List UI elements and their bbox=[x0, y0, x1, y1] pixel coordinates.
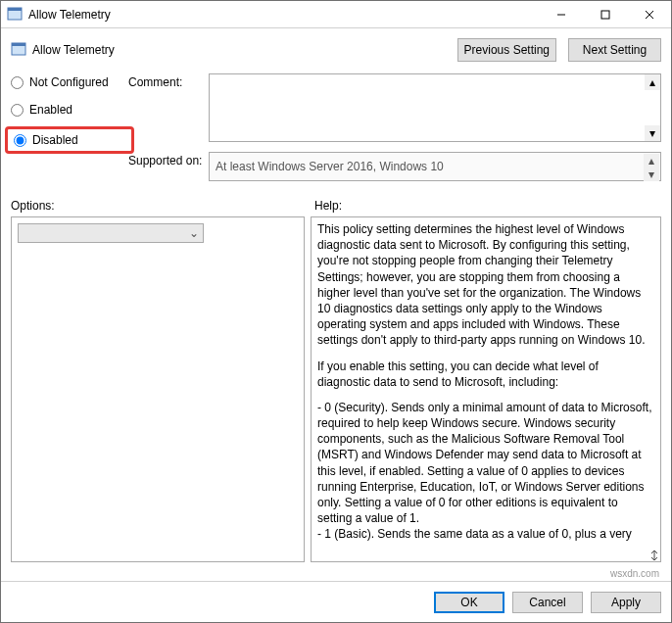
radio-enabled-label: Enabled bbox=[29, 103, 72, 117]
help-paragraph: - 1 (Basic). Sends the same data as a va… bbox=[317, 526, 654, 542]
radio-group: Not Configured Enabled Disabled bbox=[11, 73, 128, 181]
supported-row: Supported on: At least Windows Server 20… bbox=[128, 152, 661, 181]
supported-scroll: ▴ ▾ bbox=[644, 154, 659, 179]
supported-label: Supported on: bbox=[128, 152, 209, 181]
options-label: Options: bbox=[11, 199, 314, 213]
watermark: wsxdn.com bbox=[1, 568, 671, 581]
options-pane: ⌄ bbox=[11, 216, 305, 562]
help-paragraph: If you enable this setting, you can deci… bbox=[317, 359, 654, 390]
panes: ⌄ This policy setting determines the hig… bbox=[1, 216, 671, 568]
cancel-button[interactable]: Cancel bbox=[512, 592, 583, 613]
radio-not-configured-label: Not Configured bbox=[29, 75, 109, 89]
scroll-down-icon[interactable]: ▾ bbox=[644, 168, 659, 181]
help-pane: This policy setting determines the highe… bbox=[311, 216, 661, 562]
help-label: Help: bbox=[314, 199, 342, 213]
comment-textarea[interactable] bbox=[209, 73, 661, 142]
help-paragraph: This policy setting determines the highe… bbox=[317, 221, 654, 349]
radio-enabled[interactable]: Enabled bbox=[11, 103, 128, 117]
scroll-up-icon[interactable]: ▴ bbox=[644, 154, 659, 168]
radio-disabled-label: Disabled bbox=[32, 133, 78, 147]
svg-rect-3 bbox=[601, 11, 609, 19]
policy-icon bbox=[11, 42, 26, 58]
app-icon bbox=[7, 7, 23, 23]
policy-title: Allow Telemetry bbox=[32, 43, 446, 57]
radio-disabled-highlight: Disabled bbox=[5, 126, 134, 154]
previous-setting-button[interactable]: Previous Setting bbox=[457, 38, 556, 62]
options-combobox[interactable]: ⌄ bbox=[18, 223, 204, 243]
radio-not-configured[interactable]: Not Configured bbox=[11, 75, 128, 89]
radio-enabled-input[interactable] bbox=[11, 104, 24, 117]
radio-not-configured-input[interactable] bbox=[11, 76, 24, 89]
comment-label: Comment: bbox=[128, 73, 209, 142]
radio-disabled-input[interactable] bbox=[14, 134, 26, 147]
apply-button[interactable]: Apply bbox=[591, 592, 661, 613]
window: Allow Telemetry Allow Telemetry Previous… bbox=[0, 0, 672, 623]
close-button[interactable] bbox=[627, 1, 671, 27]
button-bar: OK Cancel Apply bbox=[1, 581, 671, 622]
fields-column: Comment: ▴ ▾ Supported on: At least Wind… bbox=[128, 73, 661, 181]
maximize-button[interactable] bbox=[583, 1, 627, 27]
help-text[interactable]: This policy setting determines the highe… bbox=[312, 217, 660, 561]
next-setting-button[interactable]: Next Setting bbox=[568, 38, 661, 62]
radio-disabled[interactable]: Disabled bbox=[14, 133, 78, 147]
chevron-down-icon: ⌄ bbox=[185, 226, 203, 240]
minimize-button[interactable] bbox=[539, 1, 583, 27]
help-paragraph: - 0 (Security). Sends only a minimal amo… bbox=[317, 400, 654, 527]
supported-value: At least Windows Server 2016, Windows 10 bbox=[216, 160, 444, 173]
ok-button[interactable]: OK bbox=[434, 592, 504, 613]
mid-labels: Options: Help: bbox=[1, 181, 671, 216]
svg-rect-7 bbox=[12, 43, 25, 46]
supported-value-box: At least Windows Server 2016, Windows 10… bbox=[209, 152, 661, 181]
titlebar: Allow Telemetry bbox=[1, 1, 671, 28]
svg-rect-1 bbox=[8, 8, 22, 11]
comment-row: Comment: ▴ ▾ bbox=[128, 73, 661, 142]
window-title: Allow Telemetry bbox=[28, 8, 539, 22]
settings-area: Not Configured Enabled Disabled Comment: bbox=[1, 73, 671, 181]
header: Allow Telemetry Previous Setting Next Se… bbox=[1, 28, 671, 73]
resize-grip-icon[interactable] bbox=[648, 549, 661, 562]
titlebar-buttons bbox=[539, 1, 671, 27]
